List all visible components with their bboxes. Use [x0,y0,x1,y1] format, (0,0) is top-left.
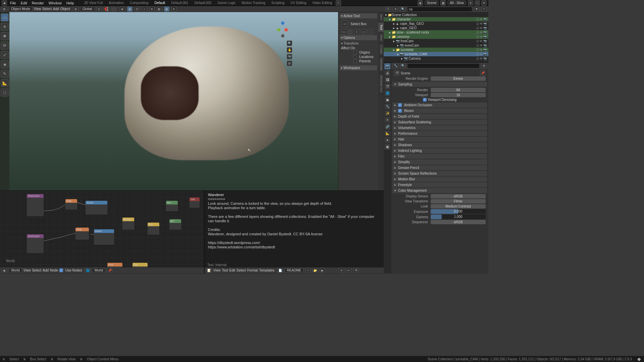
panel-depth-of-field[interactable]: Depth of Field [392,114,487,119]
tree-eveeCam[interactable]: ▸ 📷 eveeCam☑👁📷 [384,43,488,48]
syntax-icon[interactable]: ⧉ [354,268,359,273]
node-view[interactable]: View [23,268,31,272]
axis-neg-icon[interactable] [281,34,284,38]
node-node[interactable]: Node [50,268,58,272]
ptab-particle[interactable]: ✨ [384,110,390,116]
denoise-check[interactable]: ✓ [423,98,427,102]
scene-field[interactable]: Scene [425,0,439,5]
display-device[interactable]: sRGB [431,194,486,198]
menu-edit[interactable]: Edit [19,1,29,5]
render-icon[interactable]: 📷 [483,26,487,30]
node-wave[interactable]: Wave [94,229,114,245]
x-icon[interactable]: ✕ [481,0,487,6]
node-output[interactable]: Out [190,197,200,208]
ptab-object[interactable]: ▣ [384,97,390,103]
node-mix2[interactable]: Mix [148,223,159,235]
eye-icon[interactable]: 👁 [480,18,483,21]
ws-videoedit[interactable]: Video Editing [310,1,335,5]
ws-3dview[interactable]: 3D View Full [82,1,106,5]
eye-icon[interactable]: 👁 [480,26,483,30]
panel-film[interactable]: Film [392,154,487,159]
tab-shortcutvur[interactable]: Shortcut VUr [378,73,384,95]
camera-view-icon[interactable]: 📷 [287,54,292,59]
gamma-slider[interactable]: 1.000 [431,215,486,219]
ptab-world[interactable]: 🌐 [384,90,390,96]
eye-icon[interactable]: 👁 [480,44,483,47]
panel-volumetrics[interactable]: Volumetrics [392,125,487,130]
panel-color-management[interactable]: Color Management [392,188,487,193]
origins-check[interactable] [353,51,357,54]
panel-ambient-occlusion[interactable]: ✓Ambient Occlusion [392,103,487,108]
textblock-icon[interactable]: 📄 [277,268,283,273]
exclude-icon[interactable]: ☑ [476,44,479,47]
axis-z-icon[interactable] [281,21,284,25]
filter-icon[interactable]: ▾ [468,0,473,6]
node-texcoord2[interactable]: TexCoord [27,234,44,253]
wordwrap-icon[interactable]: ↩ [346,268,352,273]
tab-create[interactable]: Create [378,43,384,56]
workspace-header[interactable]: Workspace [340,65,377,70]
panel-performance[interactable]: Performance [392,131,487,136]
text-select[interactable]: Select [236,268,246,272]
render-icon[interactable]: 📷 [483,40,487,43]
tree-scene-collection[interactable]: ▾ 📁 Scene Collection [384,13,488,17]
tool-annotate[interactable]: ✎ [1,70,9,78]
filter-icon[interactable]: ▼ [474,6,479,12]
props-opts-icon[interactable]: ⚙ [481,63,487,68]
render-icon[interactable]: 📷 [483,53,487,56]
selmode-2-icon[interactable]: ◯ [347,29,353,35]
text-editor-type-icon[interactable]: 📝 [206,268,212,273]
exclude-icon[interactable]: ☑ [476,57,479,60]
ws-default[interactable]: Default [152,1,168,5]
axis-y-icon[interactable] [277,28,280,32]
tree-slow-scattered-rocks[interactable]: ▸ 📁 slow - scattered rocks☑👁📷 [384,30,488,35]
props-type-icon[interactable]: 🔧 [393,63,398,68]
eye-icon[interactable]: 👁 [480,31,483,34]
ptab-scene[interactable]: 🎬 [384,83,390,89]
panel-subsurface-scattering[interactable]: Subsurface Scattering [392,120,487,125]
menu-render[interactable]: Render [30,1,46,5]
ptab-material[interactable]: ● [384,137,390,143]
node-mix1[interactable]: Mix [166,201,178,211]
exclude-icon[interactable]: ☑ [476,22,479,25]
pin-prop-icon[interactable]: 📌 [480,70,485,76]
panel-grease-pencil[interactable]: Grease Pencil [392,165,487,170]
viewlayer-icon[interactable]: ▦ [440,0,446,6]
exclude-icon[interactable]: ☑ [476,18,479,21]
editor-type-icon[interactable]: ⊞ [2,6,7,12]
selmode-4-icon[interactable]: ▱ [361,29,366,35]
snap-icon[interactable]: 🧲 [104,6,109,12]
proportional-icon[interactable]: ◯ [111,6,116,12]
textblock-name[interactable]: README [284,268,304,273]
panel-hair[interactable]: Hair [392,137,487,142]
selmode-1-icon[interactable]: ▭ [341,29,346,35]
vp-select[interactable]: Select [42,7,52,11]
tree-cape_flap_GEO[interactable]: ▸ ▲ cape_flap_GEO☑👁📷 [384,21,488,26]
menu-help[interactable]: Help [64,1,76,5]
tool-measure[interactable]: 📐 [1,79,9,87]
tab-materials[interactable]: Materials [378,56,384,73]
mode-dropdown[interactable]: Object Mode [9,6,33,11]
tool-scale[interactable]: ⤢ [1,51,9,59]
blender-icon[interactable]: ◆ [2,0,7,6]
ptab-output[interactable]: 🖨 [384,70,390,76]
tab-tool[interactable]: Tool [378,22,384,33]
node-map2[interactable]: Map [75,228,89,240]
render-icon[interactable]: 📷 [483,31,487,34]
exclude-icon[interactable]: ☑ [476,53,479,56]
add-workspace-icon[interactable]: + [336,0,341,6]
panel-shadows[interactable]: Shadows [392,142,487,147]
ptab-texture[interactable]: ▦ [384,144,390,150]
use-nodes-check[interactable]: ✓ [59,268,63,272]
tool-transform[interactable]: ◈ [1,60,9,68]
panel-simplify[interactable]: Simplify [392,160,487,165]
outliner-type-icon[interactable]: ☰ [385,6,391,12]
tool-move[interactable]: ✥ [1,32,9,40]
tool-cursor[interactable]: ✛ [1,23,9,31]
shade-wire-icon[interactable]: ○ [142,6,147,12]
panel-motion-blur[interactable]: Motion Blur [392,177,487,182]
vp-object[interactable]: Object [60,7,70,11]
eye-icon[interactable]: 👁 [480,57,483,60]
render-icon[interactable]: 📷 [483,44,487,47]
gizmo-icon[interactable]: ◈ [120,6,125,12]
